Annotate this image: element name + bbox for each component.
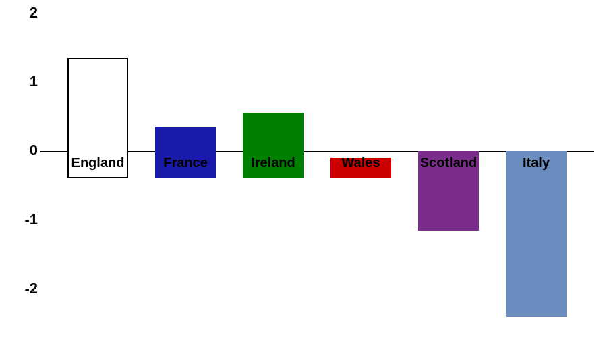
y-label: 0	[30, 142, 38, 159]
bar-italy	[506, 151, 567, 316]
x-label-france: France	[152, 155, 219, 171]
y-axis-labels: 210-1-2	[5, 13, 38, 324]
y-label: 2	[30, 4, 38, 22]
chart-area: 210-1-2EnglandFranceIrelandWalesScotland…	[40, 13, 594, 351]
x-label-italy: Italy	[502, 155, 570, 171]
x-label-scotland: Scotland	[415, 155, 482, 171]
x-label-wales: Wales	[327, 155, 395, 171]
y-label: -2	[24, 280, 38, 297]
x-label-england: England	[64, 155, 132, 171]
y-label: -1	[24, 211, 38, 229]
x-label-ireland: Ireland	[239, 155, 307, 171]
y-label: 1	[30, 73, 38, 90]
chart-container: 210-1-2EnglandFranceIrelandWalesScotland…	[0, 0, 607, 364]
